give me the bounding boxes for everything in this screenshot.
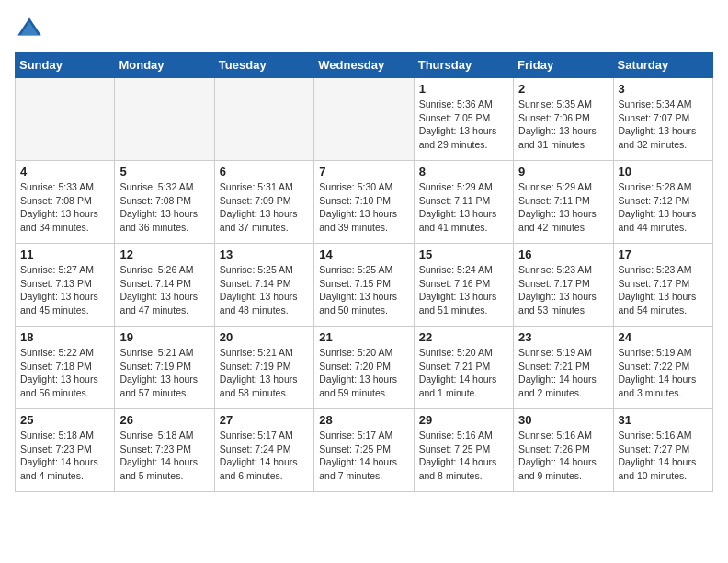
day-info: Sunrise: 5:16 AMSunset: 7:25 PMDaylight:… [419,429,508,483]
day-number: 19 [119,330,209,344]
day-number: 26 [119,413,209,427]
calendar-header-row: SundayMondayTuesdayWednesdayThursdayFrid… [16,52,713,78]
calendar-cell: 26Sunrise: 5:18 AMSunset: 7:23 PMDayligh… [115,409,214,492]
day-info: Sunrise: 5:25 AMSunset: 7:14 PMDaylight:… [220,263,309,317]
day-number: 6 [220,165,309,178]
calendar-cell: 25Sunrise: 5:18 AMSunset: 7:23 PMDayligh… [16,409,115,492]
day-number: 4 [20,165,109,178]
day-number: 21 [319,330,408,344]
day-info: Sunrise: 5:22 AMSunset: 7:18 PMDaylight:… [20,346,109,400]
logo-icon [15,15,44,44]
day-info: Sunrise: 5:20 AMSunset: 7:21 PMDaylight:… [419,346,508,400]
day-info: Sunrise: 5:27 AMSunset: 7:13 PMDaylight:… [20,263,109,317]
day-info: Sunrise: 5:23 AMSunset: 7:17 PMDaylight:… [619,263,708,317]
calendar-table: SundayMondayTuesdayWednesdayThursdayFrid… [15,52,713,492]
column-header-monday: Monday [115,52,214,78]
calendar-cell: 12Sunrise: 5:26 AMSunset: 7:14 PMDayligh… [115,244,214,327]
calendar-cell: 22Sunrise: 5:20 AMSunset: 7:21 PMDayligh… [414,327,513,409]
week-row-1: 1Sunrise: 5:36 AMSunset: 7:05 PMDaylight… [16,78,713,161]
day-info: Sunrise: 5:23 AMSunset: 7:17 PMDaylight:… [518,263,608,317]
calendar-cell: 21Sunrise: 5:20 AMSunset: 7:20 PMDayligh… [314,327,414,409]
day-number: 2 [518,82,608,96]
column-header-saturday: Saturday [613,52,712,78]
day-number: 18 [20,330,109,344]
day-number: 16 [518,247,608,261]
calendar-cell: 16Sunrise: 5:23 AMSunset: 7:17 PMDayligh… [514,244,613,327]
day-info: Sunrise: 5:24 AMSunset: 7:16 PMDaylight:… [419,263,508,317]
calendar-cell: 27Sunrise: 5:17 AMSunset: 7:24 PMDayligh… [214,409,313,492]
calendar-cell: 5Sunrise: 5:32 AMSunset: 7:08 PMDaylight… [115,161,214,244]
day-info: Sunrise: 5:19 AMSunset: 7:21 PMDaylight:… [518,346,608,400]
day-info: Sunrise: 5:17 AMSunset: 7:24 PMDaylight:… [220,429,309,483]
day-info: Sunrise: 5:31 AMSunset: 7:09 PMDaylight:… [220,180,309,235]
calendar-cell: 15Sunrise: 5:24 AMSunset: 7:16 PMDayligh… [414,244,513,327]
calendar-cell: 8Sunrise: 5:29 AMSunset: 7:11 PMDaylight… [414,161,513,244]
column-header-sunday: Sunday [16,52,115,78]
day-number: 14 [319,247,408,261]
column-header-thursday: Thursday [414,52,513,78]
calendar-cell: 13Sunrise: 5:25 AMSunset: 7:14 PMDayligh… [214,244,313,327]
day-info: Sunrise: 5:18 AMSunset: 7:23 PMDaylight:… [119,429,209,483]
day-info: Sunrise: 5:36 AMSunset: 7:05 PMDaylight:… [419,98,508,152]
week-row-2: 4Sunrise: 5:33 AMSunset: 7:08 PMDaylight… [16,161,713,244]
day-info: Sunrise: 5:32 AMSunset: 7:08 PMDaylight:… [119,180,209,235]
day-info: Sunrise: 5:21 AMSunset: 7:19 PMDaylight:… [220,346,309,400]
day-number: 3 [619,82,708,96]
day-number: 29 [419,413,508,427]
column-header-friday: Friday [514,52,613,78]
calendar-cell: 18Sunrise: 5:22 AMSunset: 7:18 PMDayligh… [16,327,115,409]
day-number: 10 [619,165,708,178]
column-header-wednesday: Wednesday [314,52,414,78]
day-number: 27 [220,413,309,427]
day-info: Sunrise: 5:30 AMSunset: 7:10 PMDaylight:… [319,180,408,235]
calendar-cell: 1Sunrise: 5:36 AMSunset: 7:05 PMDaylight… [414,78,513,161]
day-info: Sunrise: 5:16 AMSunset: 7:26 PMDaylight:… [518,429,608,483]
calendar-cell: 6Sunrise: 5:31 AMSunset: 7:09 PMDaylight… [214,161,313,244]
day-info: Sunrise: 5:20 AMSunset: 7:20 PMDaylight:… [319,346,408,400]
day-number: 9 [518,165,608,178]
calendar-cell: 7Sunrise: 5:30 AMSunset: 7:10 PMDaylight… [314,161,414,244]
day-number: 17 [619,247,708,261]
page-header [15,15,713,44]
day-number: 11 [20,247,109,261]
calendar-cell: 20Sunrise: 5:21 AMSunset: 7:19 PMDayligh… [214,327,313,409]
day-number: 8 [419,165,508,178]
calendar-cell [115,78,214,161]
day-info: Sunrise: 5:18 AMSunset: 7:23 PMDaylight:… [20,429,109,483]
day-info: Sunrise: 5:29 AMSunset: 7:11 PMDaylight:… [419,180,508,235]
calendar-cell: 3Sunrise: 5:34 AMSunset: 7:07 PMDaylight… [613,78,712,161]
day-info: Sunrise: 5:25 AMSunset: 7:15 PMDaylight:… [319,263,408,317]
day-info: Sunrise: 5:33 AMSunset: 7:08 PMDaylight:… [20,180,109,235]
day-number: 25 [20,413,109,427]
day-number: 12 [119,247,209,261]
week-row-5: 25Sunrise: 5:18 AMSunset: 7:23 PMDayligh… [16,409,713,492]
column-header-tuesday: Tuesday [214,52,313,78]
day-number: 1 [419,82,508,96]
day-number: 22 [419,330,508,344]
calendar-cell: 24Sunrise: 5:19 AMSunset: 7:22 PMDayligh… [613,327,712,409]
calendar-cell: 30Sunrise: 5:16 AMSunset: 7:26 PMDayligh… [514,409,613,492]
day-number: 20 [220,330,309,344]
calendar-cell: 4Sunrise: 5:33 AMSunset: 7:08 PMDaylight… [16,161,115,244]
day-number: 13 [220,247,309,261]
day-info: Sunrise: 5:28 AMSunset: 7:12 PMDaylight:… [619,180,708,235]
day-info: Sunrise: 5:17 AMSunset: 7:25 PMDaylight:… [319,429,408,483]
calendar-cell: 10Sunrise: 5:28 AMSunset: 7:12 PMDayligh… [613,161,712,244]
calendar-cell: 28Sunrise: 5:17 AMSunset: 7:25 PMDayligh… [314,409,414,492]
calendar-cell: 2Sunrise: 5:35 AMSunset: 7:06 PMDaylight… [514,78,613,161]
week-row-3: 11Sunrise: 5:27 AMSunset: 7:13 PMDayligh… [16,244,713,327]
day-number: 7 [319,165,408,178]
calendar-cell: 23Sunrise: 5:19 AMSunset: 7:21 PMDayligh… [514,327,613,409]
calendar-cell: 9Sunrise: 5:29 AMSunset: 7:11 PMDaylight… [514,161,613,244]
day-info: Sunrise: 5:26 AMSunset: 7:14 PMDaylight:… [119,263,209,317]
day-number: 15 [419,247,508,261]
day-info: Sunrise: 5:34 AMSunset: 7:07 PMDaylight:… [619,98,708,152]
day-number: 31 [619,413,708,427]
day-info: Sunrise: 5:19 AMSunset: 7:22 PMDaylight:… [619,346,708,400]
calendar-cell [214,78,313,161]
day-info: Sunrise: 5:21 AMSunset: 7:19 PMDaylight:… [119,346,209,400]
calendar-cell: 17Sunrise: 5:23 AMSunset: 7:17 PMDayligh… [613,244,712,327]
week-row-4: 18Sunrise: 5:22 AMSunset: 7:18 PMDayligh… [16,327,713,409]
day-info: Sunrise: 5:35 AMSunset: 7:06 PMDaylight:… [518,98,608,152]
day-info: Sunrise: 5:29 AMSunset: 7:11 PMDaylight:… [518,180,608,235]
